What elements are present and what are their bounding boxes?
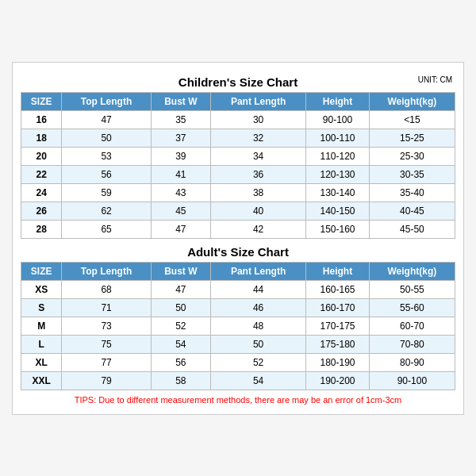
col-size: SIZE: [21, 92, 62, 110]
table-cell: 25-30: [369, 147, 455, 165]
table-row: XS684744160-16550-55: [21, 280, 455, 298]
table-cell: 35: [151, 110, 210, 129]
table-cell: 50: [62, 129, 152, 147]
table-cell: 34: [210, 147, 305, 165]
table-cell: 44: [210, 280, 305, 298]
table-cell: 68: [62, 280, 152, 298]
table-cell: 65: [62, 220, 152, 238]
table-cell: 52: [151, 317, 210, 335]
table-row: 18503732100-11015-25: [21, 129, 455, 147]
table-cell: 40: [210, 202, 305, 220]
table-cell: L: [21, 335, 62, 353]
table-cell: 37: [151, 129, 210, 147]
table-cell: 24: [21, 183, 62, 202]
table-cell: 190-200: [306, 371, 369, 390]
table-cell: XS: [21, 280, 62, 298]
table-cell: 35-40: [369, 183, 455, 202]
table-cell: 56: [151, 353, 210, 371]
table-row: 24594338130-14035-40: [21, 183, 455, 202]
table-cell: 46: [210, 298, 305, 317]
table-cell: 71: [62, 298, 152, 317]
table-row: 26624540140-15040-45: [21, 202, 455, 220]
col-bust-w: Bust W: [151, 92, 210, 110]
table-cell: 47: [62, 110, 152, 129]
table-row: 28654742150-16045-50: [21, 220, 455, 238]
table-cell: 50: [151, 298, 210, 317]
table-cell: 59: [62, 183, 152, 202]
table-cell: 175-180: [306, 335, 369, 353]
table-cell: 110-120: [306, 147, 369, 165]
table-cell: 55-60: [369, 298, 455, 317]
table-cell: 28: [21, 220, 62, 238]
table-cell: 47: [151, 220, 210, 238]
children-table: SIZE Top Length Bust W Pant Length Heigh…: [21, 92, 455, 239]
table-cell: 50-55: [369, 280, 455, 298]
table-cell: 70-80: [369, 335, 455, 353]
table-cell: 50: [210, 335, 305, 353]
table-cell: 30-35: [369, 165, 455, 183]
table-cell: M: [21, 317, 62, 335]
table-cell: 40-45: [369, 202, 455, 220]
table-cell: 15-25: [369, 129, 455, 147]
table-cell: 58: [151, 371, 210, 390]
table-cell: 45-50: [369, 220, 455, 238]
table-row: L755450175-18070-80: [21, 335, 455, 353]
table-cell: 77: [62, 353, 152, 371]
table-cell: 150-160: [306, 220, 369, 238]
adult-col-pant-length: Pant Length: [210, 262, 305, 280]
children-header-row: SIZE Top Length Bust W Pant Length Heigh…: [21, 92, 455, 110]
table-cell: 22: [21, 165, 62, 183]
col-top-length: Top Length: [62, 92, 152, 110]
table-cell: 73: [62, 317, 152, 335]
adult-body: XS684744160-16550-55S715046160-17055-60M…: [21, 280, 455, 390]
tips-text: TIPS: Due to different measurement metho…: [21, 390, 455, 406]
children-title: Children's Size Chart UNIT: CM: [21, 71, 455, 92]
table-cell: 48: [210, 317, 305, 335]
table-cell: 75: [62, 335, 152, 353]
children-body: 1647353090-100<1518503732100-11015-25205…: [21, 110, 455, 238]
table-row: S715046160-17055-60: [21, 298, 455, 317]
adult-title: Adult's Size Chart: [21, 239, 455, 262]
table-cell: 54: [151, 335, 210, 353]
table-cell: 90-100: [369, 371, 455, 390]
adult-col-top-length: Top Length: [62, 262, 152, 280]
table-cell: 20: [21, 147, 62, 165]
table-row: XXL795854190-20090-100: [21, 371, 455, 390]
table-cell: 38: [210, 183, 305, 202]
table-cell: <15: [369, 110, 455, 129]
table-cell: 160-170: [306, 298, 369, 317]
adult-col-weight: Weight(kg): [369, 262, 455, 280]
adult-header-row: SIZE Top Length Bust W Pant Length Heigh…: [21, 262, 455, 280]
table-cell: 54: [210, 371, 305, 390]
adult-table: SIZE Top Length Bust W Pant Length Heigh…: [21, 262, 455, 390]
col-height: Height: [306, 92, 369, 110]
table-cell: 90-100: [306, 110, 369, 129]
table-cell: 18: [21, 129, 62, 147]
col-weight: Weight(kg): [369, 92, 455, 110]
table-cell: 52: [210, 353, 305, 371]
unit-label: UNIT: CM: [418, 75, 452, 84]
table-cell: 16: [21, 110, 62, 129]
table-cell: 80-90: [369, 353, 455, 371]
table-cell: 41: [151, 165, 210, 183]
table-row: M735248170-17560-70: [21, 317, 455, 335]
table-cell: XXL: [21, 371, 62, 390]
table-cell: 140-150: [306, 202, 369, 220]
table-row: XL775652180-19080-90: [21, 353, 455, 371]
adult-col-bust-w: Bust W: [151, 262, 210, 280]
table-cell: 36: [210, 165, 305, 183]
table-cell: 43: [151, 183, 210, 202]
table-cell: 32: [210, 129, 305, 147]
table-cell: 120-130: [306, 165, 369, 183]
table-row: 22564136120-13030-35: [21, 165, 455, 183]
table-cell: S: [21, 298, 62, 317]
table-cell: 30: [210, 110, 305, 129]
chart-container: Children's Size Chart UNIT: CM SIZE Top …: [12, 62, 464, 415]
table-cell: 42: [210, 220, 305, 238]
table-cell: 56: [62, 165, 152, 183]
table-cell: 62: [62, 202, 152, 220]
table-row: 20533934110-12025-30: [21, 147, 455, 165]
table-cell: 47: [151, 280, 210, 298]
table-cell: 79: [62, 371, 152, 390]
table-cell: 45: [151, 202, 210, 220]
